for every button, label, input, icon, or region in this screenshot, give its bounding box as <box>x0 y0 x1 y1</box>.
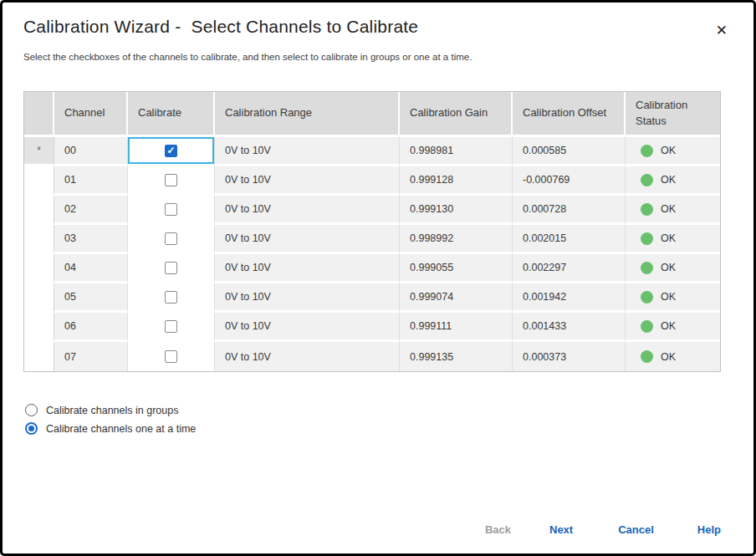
channel-cell: 06 <box>54 313 128 342</box>
offset-cell: -0.000769 <box>513 166 626 196</box>
calibrate-checkbox[interactable] <box>165 232 177 245</box>
gain-cell: 0.998992 <box>400 225 513 254</box>
offset-cell: 0.001942 <box>513 283 626 313</box>
status-label: OK <box>661 320 676 332</box>
status-cell: OK <box>626 313 720 342</box>
table-body: * 00 0V to 10V 0.998981 0.000585 OK 01 0… <box>24 137 720 371</box>
option-label: Calibrate channels in groups <box>46 405 178 416</box>
range-cell: 0V to 10V <box>215 166 400 196</box>
channel-cell: 03 <box>54 225 128 254</box>
column-header-status: Calibration Status <box>626 92 720 137</box>
calibrate-checkbox[interactable] <box>165 291 177 304</box>
dialog-subtitle: Select the checkboxes of the channels to… <box>23 52 733 62</box>
range-cell: 0V to 10V <box>215 196 400 225</box>
radio-icon[interactable] <box>25 422 38 435</box>
calibrate-cell[interactable] <box>128 137 215 166</box>
status-label: OK <box>661 232 676 244</box>
gain-cell: 0.999130 <box>400 196 513 225</box>
table-header-row: Channel Calibrate Calibration Range Cali… <box>24 92 720 137</box>
status-cell: OK <box>626 166 720 196</box>
option-calibrate-in-groups[interactable]: Calibrate channels in groups <box>25 404 733 416</box>
calibrate-checkbox[interactable] <box>165 145 177 157</box>
range-cell: 0V to 10V <box>215 313 400 342</box>
range-cell: 0V to 10V <box>215 283 400 313</box>
back-button[interactable]: Back <box>473 514 523 545</box>
gain-cell: 0.999111 <box>400 313 513 342</box>
status-label: OK <box>661 174 676 186</box>
cancel-button[interactable]: Cancel <box>606 514 666 545</box>
column-header-calibrate: Calibrate <box>128 92 215 137</box>
calibrate-checkbox[interactable] <box>165 320 177 333</box>
channel-cell: 05 <box>54 283 128 313</box>
status-label: OK <box>661 203 676 215</box>
row-marker <box>24 166 54 196</box>
calibrate-cell[interactable] <box>128 254 215 283</box>
channel-cell: 07 <box>54 342 128 371</box>
offset-cell: 0.000585 <box>513 137 626 166</box>
channel-cell: 01 <box>54 166 128 196</box>
help-button[interactable]: Help <box>686 514 733 545</box>
table-row: 04 0V to 10V 0.999055 0.002297 OK <box>24 254 720 283</box>
calibrate-cell[interactable] <box>128 225 215 254</box>
status-ok-icon <box>641 262 653 274</box>
calibrate-cell[interactable] <box>128 313 215 342</box>
channel-cell: 04 <box>54 254 128 283</box>
option-label: Calibrate channels one at a time <box>46 423 196 435</box>
column-header-marker <box>24 92 54 137</box>
status-label: OK <box>661 262 676 273</box>
status-ok-icon <box>641 291 653 304</box>
status-cell: OK <box>626 254 720 283</box>
offset-cell: 0.002015 <box>513 225 626 254</box>
status-ok-icon <box>641 350 653 363</box>
range-cell: 0V to 10V <box>215 342 400 371</box>
status-label: OK <box>661 351 676 363</box>
calibrate-cell[interactable] <box>128 166 215 196</box>
status-cell: OK <box>626 342 720 371</box>
offset-cell: 0.001433 <box>513 313 626 342</box>
row-marker <box>24 225 54 254</box>
calibrate-cell[interactable] <box>128 342 215 371</box>
column-header-gain: Calibration Gain <box>400 92 513 137</box>
range-cell: 0V to 10V <box>215 137 400 166</box>
offset-cell: 0.000373 <box>513 342 626 371</box>
gain-cell: 0.998981 <box>400 137 513 166</box>
calibrate-checkbox[interactable] <box>165 350 177 363</box>
table-row: 06 0V to 10V 0.999111 0.001433 OK <box>24 313 720 342</box>
column-header-offset: Calibration Offset <box>513 92 626 137</box>
table-row: 01 0V to 10V 0.999128 -0.000769 OK <box>24 166 720 196</box>
channel-cell: 02 <box>54 196 128 225</box>
next-button[interactable]: Next <box>528 514 595 545</box>
status-ok-icon <box>641 174 653 186</box>
gain-cell: 0.999074 <box>400 283 513 313</box>
table-row: 05 0V to 10V 0.999074 0.001942 OK <box>24 283 720 313</box>
table-row: * 00 0V to 10V 0.998981 0.000585 OK <box>24 137 720 166</box>
calibrate-cell[interactable] <box>128 283 215 313</box>
row-marker <box>24 313 54 342</box>
range-cell: 0V to 10V <box>215 225 400 254</box>
status-cell: OK <box>626 137 720 166</box>
dialog-footer: Back Next Cancel Help <box>473 514 733 545</box>
row-marker <box>24 196 54 225</box>
status-cell: OK <box>626 225 720 254</box>
gain-cell: 0.999128 <box>400 166 513 196</box>
close-icon[interactable]: ✕ <box>711 20 733 41</box>
calibrate-checkbox[interactable] <box>165 203 177 216</box>
option-calibrate-one-at-a-time[interactable]: Calibrate channels one at a time <box>25 422 733 435</box>
gain-cell: 0.999135 <box>400 342 513 371</box>
calibrate-checkbox[interactable] <box>165 174 177 186</box>
calibration-wizard-dialog: Calibration Wizard - Select Channels to … <box>0 0 756 556</box>
column-header-range: Calibration Range <box>215 92 400 137</box>
channels-table: Channel Calibrate Calibration Range Cali… <box>23 91 721 372</box>
row-marker: * <box>24 137 54 166</box>
status-ok-icon <box>641 320 653 333</box>
offset-cell: 0.002297 <box>513 254 626 283</box>
calibrate-checkbox[interactable] <box>165 262 177 274</box>
calibrate-cell[interactable] <box>128 196 215 225</box>
table-row: 03 0V to 10V 0.998992 0.002015 OK <box>24 225 720 254</box>
range-cell: 0V to 10V <box>215 254 400 283</box>
status-label: OK <box>661 291 676 303</box>
calibration-mode-options: Calibrate channels in groups Calibrate c… <box>23 404 733 435</box>
row-marker <box>24 254 54 283</box>
radio-icon[interactable] <box>25 404 38 416</box>
status-ok-icon <box>641 232 653 245</box>
